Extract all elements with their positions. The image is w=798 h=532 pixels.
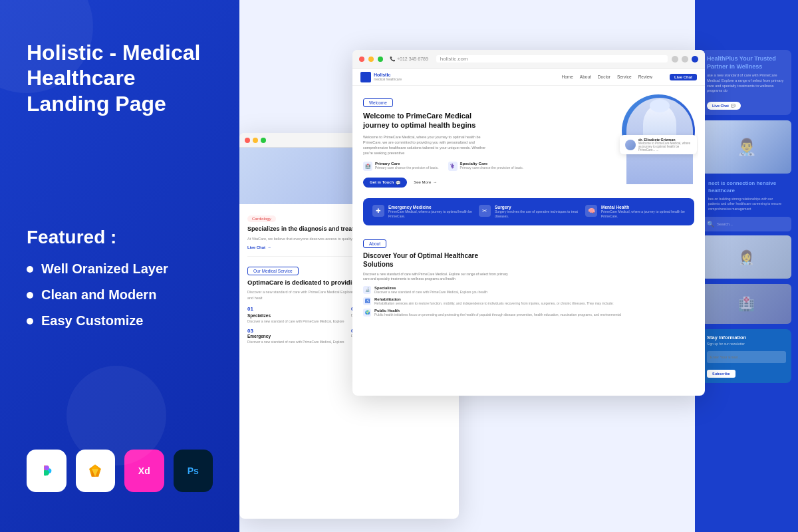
- right-health-plus-title: HealthPlus Your Trusted Partner in Welln…: [707, 55, 786, 70]
- arrow-icon: →: [267, 245, 271, 249]
- about-features: 🔬 Specializes Discover a new standard of…: [363, 286, 694, 317]
- photoshop-icon: Ps: [174, 450, 213, 492]
- right-connect-desc: bes on building strong relationships wit…: [708, 197, 785, 212]
- right-image-card-2: 👩‍⚕️: [702, 235, 791, 279]
- spec-item-1: 01 Specializes Discover a new standard o…: [247, 306, 347, 324]
- healthcare-icon: 🏥: [738, 296, 755, 312]
- doctor-avatar: [625, 140, 636, 150]
- search-icon: 🔍: [707, 221, 714, 227]
- public-health-desc: Public health initiatives focus on promo…: [374, 313, 621, 317]
- about-title: Discover Your of Optimal Healthcare Solu…: [363, 251, 509, 269]
- nav-home[interactable]: Home: [561, 74, 573, 79]
- stay-info-desc: Sign up for our newsletter: [707, 342, 786, 346]
- right-search-box[interactable]: 🔍 Search...: [702, 217, 791, 231]
- get-in-touch-button[interactable]: Get in Touch 💬: [363, 178, 407, 188]
- cardiology-badge: Cardiology: [247, 215, 276, 222]
- stay-subscribe-button[interactable]: Subscribe: [707, 370, 735, 378]
- bullet-icon: [27, 292, 33, 299]
- stay-info-card: Stay Information Sign up for our newslet…: [702, 329, 791, 383]
- hero-section: Welcome Welcome to PrimeCare Medical jou…: [352, 86, 705, 194]
- primary-care-icon: 🏥: [363, 162, 372, 171]
- right-connect-section: nect is connection hensive healthcare be…: [702, 180, 791, 211]
- specializes-icon: 🔬: [363, 286, 371, 294]
- about-feature-info-2: Rehabilitation Rehabilitation services a…: [374, 297, 614, 306]
- browser-url: holistic.com: [436, 55, 668, 63]
- nav-service[interactable]: Service: [617, 74, 632, 79]
- stay-email-input[interactable]: [707, 351, 786, 363]
- nav-links: Home About Doctor Service Review: [561, 74, 652, 79]
- feature-item-3: Easy Customize: [27, 313, 213, 329]
- figma-icon: [27, 450, 66, 492]
- about-feature-info-1: Specializes Discover a new standard of c…: [374, 286, 487, 295]
- mental-health-icon: 🧠: [585, 205, 597, 217]
- feature-text-2: Clean and Modern: [41, 287, 156, 303]
- live-chat-text: Live Chat: [247, 245, 265, 249]
- surgery-info: Surgery Surgery involves the use of oper…: [495, 205, 579, 219]
- right-health-plus-card: HealthPlus Your Trusted Partner in Welln…: [702, 50, 791, 115]
- bullet-icon: [27, 266, 33, 273]
- emergency-info: Emergency Medicine PrimeCare Medical, wh…: [388, 205, 472, 219]
- about-feature-3: 🌍 Public Health Public health initiative…: [363, 309, 694, 317]
- emergency-icon: ✚: [372, 205, 384, 217]
- about-feature-2: ♿ Rehabilitation Rehabilitation services…: [363, 297, 694, 306]
- browser-bar: 📞 +012 345 6789 holistic.com: [352, 50, 705, 68]
- browser-top: 📞 +012 345 6789 holistic.com Holistic me…: [352, 50, 705, 396]
- public-health-icon: 🌍: [363, 309, 371, 317]
- feature-text-3: Easy Customize: [41, 313, 143, 329]
- featured-section: Featured : Well Oranized Layer Clean and…: [27, 227, 213, 339]
- specialty-care-desc: Primary care chance the provision of bas…: [460, 166, 524, 170]
- emergency-bar-title: Emergency Medicine: [388, 205, 472, 209]
- doctor-info: dr. Elisabetz Grizman Welcome to PrimeCa…: [638, 138, 692, 152]
- nav-review[interactable]: Review: [638, 74, 652, 79]
- nav-doctor[interactable]: Doctor: [598, 74, 610, 79]
- right-connect-title: nect is connection hensive healthcare: [708, 180, 785, 194]
- services-bar: ✚ Emergency Medicine PrimeCare Medical, …: [363, 198, 694, 225]
- rehabilitation-desc: Rehabilitation services aim to restore f…: [374, 301, 614, 306]
- feature-item-2: Clean and Modern: [27, 287, 213, 303]
- nav-cta-button[interactable]: Live Chat: [670, 74, 697, 80]
- emergency-item-1: 03 Emergency Discover a new standard of …: [247, 328, 347, 344]
- stay-info-title: Stay Information: [707, 334, 786, 340]
- logo-text: Holistic medical healthcare: [374, 72, 402, 81]
- nav-about[interactable]: About: [580, 74, 591, 79]
- welcome-badge: Welcome: [363, 98, 393, 107]
- feature-item-1: Well Oranized Layer: [27, 261, 213, 277]
- surgery-icon: ✂: [479, 205, 491, 217]
- about-feature-1: 🔬 Specializes Discover a new standard of…: [363, 286, 694, 295]
- primary-care-desc: Primary care chance the provision of bas…: [375, 166, 439, 170]
- primary-care-info: Primary Care Primary care chance the pro…: [375, 162, 439, 170]
- browser-nav: Holistic medical healthcare Home About D…: [352, 68, 705, 86]
- logo-area: Holistic medical healthcare: [360, 72, 402, 82]
- hero-service-primary: 🏥 Primary Care Primary care chance the p…: [363, 162, 439, 171]
- emergency-title: Emergency: [247, 334, 347, 338]
- surgery-bar-desc: Surgery involves the use of operative te…: [495, 209, 579, 219]
- service-mental-health: 🧠 Mental Health PrimeCare Medical, where…: [585, 205, 685, 219]
- feature-list: Well Oranized Layer Clean and Modern Eas…: [27, 261, 213, 329]
- right-desc: use a new standard of care with PrimeCar…: [707, 73, 786, 94]
- left-panel: Holistic - Medical Healthcare Landing Pa…: [0, 0, 239, 532]
- about-section: About Discover Your of Optimal Healthcar…: [352, 229, 705, 324]
- hero-service-specialty: ⚕️ Specialty Care Primary care chance th…: [448, 162, 524, 171]
- right-image-inner-1: 👨‍⚕️: [702, 120, 791, 174]
- specialty-care-icon: ⚕️: [448, 162, 458, 171]
- about-desc: Discover a new standard of care with Pri…: [363, 272, 509, 282]
- specializes-desc: Discover a new standard of care with Pri…: [374, 290, 487, 295]
- right-live-chat-button[interactable]: Live Chat 💬: [707, 102, 741, 110]
- surgery-bar-title: Surgery: [495, 205, 579, 209]
- bullet-icon: [27, 318, 33, 325]
- mental-health-bar-desc: PrimeCare Medical, where a journey to op…: [601, 209, 685, 219]
- arrow-icon: →: [433, 180, 437, 184]
- spec-title-1: Specializes: [247, 313, 347, 318]
- emergency-bar-desc: PrimeCare Medical, where a journey to op…: [388, 209, 472, 219]
- see-more-link[interactable]: See More →: [414, 180, 437, 184]
- hero-title: Welcome to PrimeCare Medical journey to …: [363, 111, 496, 130]
- hero-doctor-image: dr. Elisabetz Grizman Welcome to PrimeCa…: [612, 91, 698, 191]
- about-feature-info-3: Public Health Public health initiatives …: [374, 309, 621, 317]
- feature-text-1: Well Oranized Layer: [41, 261, 168, 277]
- emergency-num: 03: [247, 328, 347, 334]
- right-panel: HealthPlus Your Trusted Partner in Welln…: [695, 0, 798, 532]
- arrow-icon: 💬: [396, 180, 400, 185]
- doctor-name-card: dr. Elisabetz Grizman Welcome to PrimeCa…: [620, 135, 697, 154]
- medical-team-icon: 👩‍⚕️: [738, 249, 755, 265]
- doctor-desc: Welcome to PrimeCare Medical, where as j…: [638, 142, 692, 152]
